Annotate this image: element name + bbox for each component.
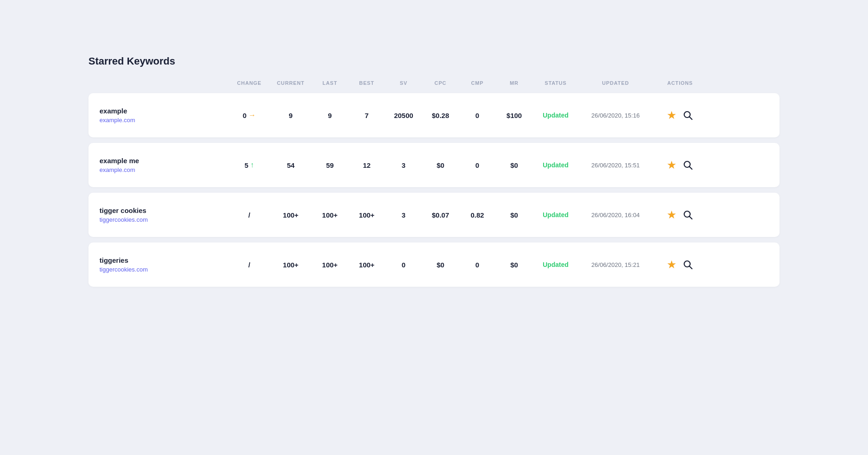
status-badge: Updated	[533, 112, 579, 119]
col-cpc: CPC	[422, 77, 459, 89]
change-cell: 0 →	[229, 111, 270, 119]
cpc-cell: $0	[422, 160, 459, 171]
best-cell: 7	[348, 110, 385, 121]
last-cell: 59	[311, 160, 348, 171]
keyword-name: tiggeries	[100, 256, 229, 264]
table-row: tigger cookies tiggercookies.com / 100+ …	[88, 193, 780, 237]
arrow-right-icon: →	[248, 111, 256, 119]
col-status: STATUS	[533, 77, 579, 89]
actions-cell: ★	[652, 208, 708, 221]
svg-line-7	[690, 266, 692, 269]
updated-cell: 26/06/2020, 16:04	[579, 212, 652, 219]
col-current: CURRENT	[270, 77, 311, 89]
keyword-name: example	[100, 107, 229, 115]
col-cmp: CMP	[459, 77, 496, 89]
change-value: 5	[245, 161, 248, 169]
change-value: 0	[243, 112, 246, 119]
search-button[interactable]	[682, 209, 693, 220]
col-updated: UPDATED	[579, 77, 652, 89]
cmp-cell: 0	[459, 259, 496, 271]
keywords-table: CHANGE CURRENT LAST BEST SV CPC CMP MR S…	[88, 77, 780, 287]
keyword-domain[interactable]: example.com	[100, 117, 229, 124]
best-cell: 100+	[348, 259, 385, 271]
star-button[interactable]: ★	[667, 208, 677, 221]
col-mr: MR	[496, 77, 533, 89]
change-value: /	[248, 261, 250, 269]
actions-cell: ★	[652, 109, 708, 122]
actions-cell: ★	[652, 159, 708, 171]
status-badge: Updated	[533, 261, 579, 268]
updated-cell: 26/06/2020, 15:51	[579, 162, 652, 169]
current-cell: 100+	[270, 209, 311, 221]
keyword-domain[interactable]: tiggercookies.com	[100, 266, 229, 273]
cpc-cell: $0.28	[422, 110, 459, 121]
keyword-name: example me	[100, 157, 229, 165]
actions-cell: ★	[652, 258, 708, 271]
keyword-domain[interactable]: tiggercookies.com	[100, 216, 229, 223]
sv-cell: 20500	[385, 110, 422, 121]
svg-line-3	[690, 167, 692, 170]
arrow-up-icon: ↑	[250, 161, 254, 169]
star-button[interactable]: ★	[667, 159, 677, 171]
cmp-cell: 0	[459, 110, 496, 121]
mr-cell: $0	[496, 259, 533, 271]
cmp-cell: 0.82	[459, 209, 496, 221]
col-best: BEST	[348, 77, 385, 89]
sv-cell: 3	[385, 160, 422, 171]
search-icon	[682, 209, 693, 220]
section-title: Starred Keywords	[88, 55, 780, 67]
table-rows: example example.com 0 → 9 9 7 20500 $0.2…	[88, 93, 780, 287]
cpc-cell: $0.07	[422, 209, 459, 221]
best-cell: 12	[348, 160, 385, 171]
svg-line-5	[690, 217, 692, 219]
keyword-domain[interactable]: example.com	[100, 166, 229, 173]
current-cell: 9	[270, 110, 311, 121]
search-button[interactable]	[682, 259, 693, 270]
sv-cell: 3	[385, 209, 422, 221]
keyword-name: tigger cookies	[100, 207, 229, 214]
col-change: CHANGE	[229, 77, 270, 89]
current-cell: 100+	[270, 259, 311, 271]
change-value: /	[248, 211, 250, 219]
change-cell: /	[229, 261, 270, 269]
mr-cell: $0	[496, 209, 533, 221]
table-row: example example.com 0 → 9 9 7 20500 $0.2…	[88, 93, 780, 137]
mr-cell: $100	[496, 110, 533, 121]
change-cell: /	[229, 211, 270, 219]
col-sv: SV	[385, 77, 422, 89]
table-row: example me example.com 5 ↑ 54 59 12 3 $0…	[88, 143, 780, 187]
change-cell: 5 ↑	[229, 161, 270, 169]
keyword-cell: tigger cookies tiggercookies.com	[100, 207, 229, 223]
star-button[interactable]: ★	[667, 109, 677, 122]
mr-cell: $0	[496, 160, 533, 171]
search-button[interactable]	[682, 110, 693, 121]
updated-cell: 26/06/2020, 15:21	[579, 261, 652, 268]
last-cell: 9	[311, 110, 348, 121]
star-button[interactable]: ★	[667, 258, 677, 271]
best-cell: 100+	[348, 209, 385, 221]
cmp-cell: 0	[459, 160, 496, 171]
col-last: LAST	[311, 77, 348, 89]
current-cell: 54	[270, 160, 311, 171]
status-badge: Updated	[533, 161, 579, 169]
table-header: CHANGE CURRENT LAST BEST SV CPC CMP MR S…	[88, 77, 780, 89]
search-icon	[682, 259, 693, 270]
last-cell: 100+	[311, 259, 348, 271]
search-button[interactable]	[682, 160, 693, 171]
cpc-cell: $0	[422, 259, 459, 271]
keyword-cell: example me example.com	[100, 157, 229, 173]
search-icon	[682, 160, 693, 171]
svg-line-1	[690, 117, 692, 120]
table-row: tiggeries tiggercookies.com / 100+ 100+ …	[88, 242, 780, 287]
keyword-cell: tiggeries tiggercookies.com	[100, 256, 229, 273]
keyword-cell: example example.com	[100, 107, 229, 124]
last-cell: 100+	[311, 209, 348, 221]
status-badge: Updated	[533, 211, 579, 219]
col-actions: ACTIONS	[652, 77, 708, 89]
updated-cell: 26/06/2020, 15:16	[579, 112, 652, 119]
search-icon	[682, 110, 693, 121]
sv-cell: 0	[385, 259, 422, 271]
main-container: Starred Keywords CHANGE CURRENT LAST BES…	[88, 55, 780, 292]
